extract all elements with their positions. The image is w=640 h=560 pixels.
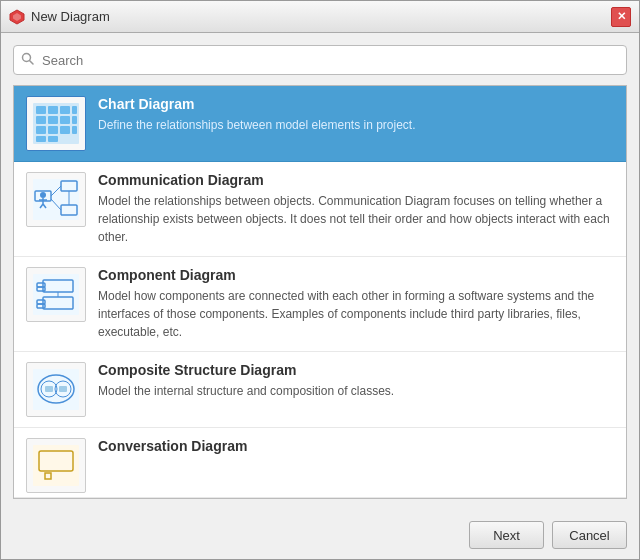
communication-diagram-icon	[26, 172, 86, 227]
search-container	[13, 45, 627, 75]
svg-rect-18	[48, 136, 58, 142]
title-bar-left: New Diagram	[9, 9, 110, 25]
svg-rect-43	[45, 386, 53, 392]
svg-rect-8	[72, 106, 77, 114]
svg-rect-10	[48, 116, 58, 124]
communication-diagram-title: Communication Diagram	[98, 172, 614, 188]
component-diagram-title: Component Diagram	[98, 267, 614, 283]
app-icon	[9, 9, 25, 25]
svg-point-26	[40, 192, 46, 198]
svg-rect-15	[60, 126, 70, 134]
diagram-list[interactable]: Chart Diagram Define the relationships b…	[13, 85, 627, 499]
conversation-diagram-content: Conversation Diagram	[98, 438, 614, 458]
svg-rect-14	[48, 126, 58, 134]
close-button[interactable]: ✕	[611, 7, 631, 27]
svg-line-3	[30, 61, 34, 65]
component-diagram-desc: Model how components are connected with …	[98, 287, 614, 341]
svg-rect-13	[36, 126, 46, 134]
conversation-diagram-icon	[26, 438, 86, 493]
svg-rect-6	[48, 106, 58, 114]
new-diagram-dialog: New Diagram ✕	[0, 0, 640, 560]
component-diagram-icon	[26, 267, 86, 322]
svg-rect-16	[72, 126, 77, 134]
list-item[interactable]: Communication Diagram Model the relation…	[14, 162, 626, 257]
composite-diagram-content: Composite Structure Diagram Model the in…	[98, 362, 614, 400]
communication-diagram-content: Communication Diagram Model the relation…	[98, 172, 614, 246]
communication-diagram-desc: Model the relationships between objects.…	[98, 192, 614, 246]
svg-rect-5	[36, 106, 46, 114]
dialog-body: Chart Diagram Define the relationships b…	[1, 33, 639, 511]
svg-rect-9	[36, 116, 46, 124]
list-item[interactable]: Composite Structure Diagram Model the in…	[14, 352, 626, 428]
component-diagram-content: Component Diagram Model how components a…	[98, 267, 614, 341]
title-bar: New Diagram ✕	[1, 1, 639, 33]
list-item[interactable]: Conversation Diagram	[14, 428, 626, 498]
next-button[interactable]: Next	[469, 521, 544, 549]
cancel-button[interactable]: Cancel	[552, 521, 627, 549]
list-item[interactable]: Chart Diagram Define the relationships b…	[14, 86, 626, 162]
dialog-title: New Diagram	[31, 9, 110, 24]
composite-diagram-title: Composite Structure Diagram	[98, 362, 614, 378]
chart-diagram-desc: Define the relationships between model e…	[98, 116, 614, 134]
chart-diagram-icon	[26, 96, 86, 151]
svg-rect-17	[36, 136, 46, 142]
search-input[interactable]	[13, 45, 627, 75]
svg-rect-7	[60, 106, 70, 114]
list-item[interactable]: Component Diagram Model how components a…	[14, 257, 626, 352]
chart-diagram-content: Chart Diagram Define the relationships b…	[98, 96, 614, 134]
conversation-diagram-title: Conversation Diagram	[98, 438, 614, 454]
svg-rect-44	[59, 386, 67, 392]
svg-rect-12	[72, 116, 77, 124]
dialog-footer: Next Cancel	[1, 511, 639, 559]
composite-diagram-icon	[26, 362, 86, 417]
chart-diagram-title: Chart Diagram	[98, 96, 614, 112]
composite-diagram-desc: Model the internal structure and composi…	[98, 382, 614, 400]
svg-rect-11	[60, 116, 70, 124]
search-icon	[21, 52, 34, 68]
